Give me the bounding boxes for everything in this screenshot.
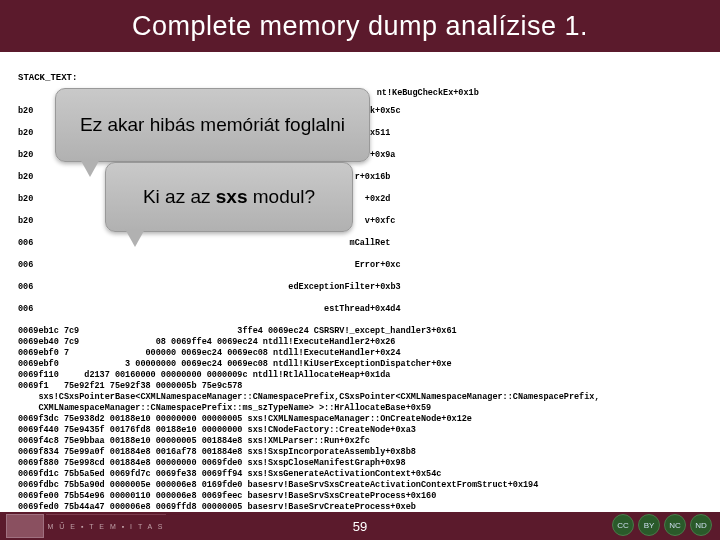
low2: 0069f4c8 75e9bbaa 00188e10 00000005 0018… bbox=[18, 436, 370, 446]
low8: 0069fed0 75b44a47 000006e8 0069ffd8 0000… bbox=[18, 502, 416, 512]
suf6: v+0xfc bbox=[365, 216, 396, 226]
mid3: 0069ebf0 3 00000000 0069ec24 0069ec08 nt… bbox=[18, 359, 452, 369]
low0: 0069f3dc 75e938d2 00188e10 00000000 0000… bbox=[18, 414, 472, 424]
low4: 0069f880 75e998cd 001884e8 00000000 0069… bbox=[18, 458, 406, 468]
callout-1-text: Ez akar hibás memóriát foglalni bbox=[80, 114, 345, 136]
mid1: 0069eb40 7c9 08 0069ffe4 0069ec24 ntdll!… bbox=[18, 337, 395, 347]
callout-bubble-2: Ki az az sxs modul? bbox=[105, 162, 353, 232]
mid5: 0069f1 75e92f21 75e92f38 0000005b 75e9c5… bbox=[18, 381, 242, 391]
suf7: mCallRet bbox=[350, 238, 391, 248]
stack-header: STACK_TEXT: bbox=[18, 73, 77, 83]
wrap1: CXMLNamespaceManager::CNamespacePrefix::… bbox=[18, 403, 431, 413]
callout-2-text: Ki az az sxs modul? bbox=[143, 186, 315, 208]
suf5: +0x2d bbox=[365, 194, 391, 204]
mid4: 0069f110 d2137 00160000 00000000 0000009… bbox=[18, 370, 390, 380]
suf9: edExceptionFilter+0xb3 bbox=[288, 282, 400, 292]
callout-2-pointer bbox=[125, 229, 145, 247]
nc-icon: NC bbox=[664, 514, 686, 536]
university-text-logo: M Ű E ▪ T E M ▪ I T A S bbox=[46, 514, 166, 538]
cc-icon: CC bbox=[612, 514, 634, 536]
wrap0: sxs!CSxsPointerBase<CXMLNamespaceManager… bbox=[18, 392, 600, 402]
suf0: +0x1b bbox=[453, 88, 479, 98]
callout-1-pointer bbox=[80, 159, 100, 177]
mid0: 0069eb1c 7c9 3ffe4 0069ec24 CSRSRV!_exce… bbox=[18, 326, 457, 336]
nd-icon: ND bbox=[690, 514, 712, 536]
low3: 0069f834 75e99a0f 001884e8 0016af78 0018… bbox=[18, 447, 416, 457]
low1: 0069f440 75e9435f 00176fd8 00188e10 0000… bbox=[18, 425, 416, 435]
suf8: Error+0xc bbox=[355, 260, 401, 270]
cc-badges: CC BY NC ND bbox=[612, 514, 712, 536]
page-number: 59 bbox=[353, 519, 367, 534]
callout-bubble-1: Ez akar hibás memóriát foglalni bbox=[55, 88, 370, 162]
footer-bar: M Ű E ▪ T E M ▪ I T A S 59 CC BY NC ND bbox=[0, 512, 720, 540]
slide-title: Complete memory dump analízise 1. bbox=[132, 11, 588, 42]
footer-logo-area: M Ű E ▪ T E M ▪ I T A S bbox=[6, 514, 166, 538]
low6: 0069fdbc 75b5a90d 0000005e 000006e8 0169… bbox=[18, 480, 538, 490]
by-icon: BY bbox=[638, 514, 660, 536]
suf4: r+0x16b bbox=[355, 172, 391, 182]
university-crest-icon bbox=[6, 514, 44, 538]
title-bar: Complete memory dump analízise 1. bbox=[0, 0, 720, 52]
low7: 0069fe00 75b54e96 00000110 000006e8 0069… bbox=[18, 491, 436, 501]
low5: 0069fd1c 75b5a5ed 0069fd7c 0069fe38 0069… bbox=[18, 469, 441, 479]
suf10: estThread+0x4d4 bbox=[324, 304, 401, 314]
mid2: 0069ebf0 7 000000 0069ec24 0069ec08 ntdl… bbox=[18, 348, 401, 358]
